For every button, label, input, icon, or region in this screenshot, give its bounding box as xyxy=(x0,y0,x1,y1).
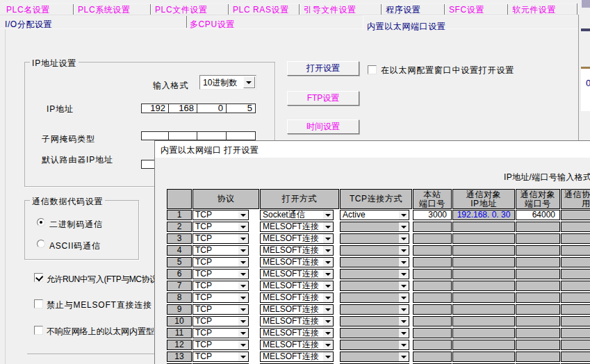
subnet-mask-field[interactable] xyxy=(141,131,256,140)
grid-combo-button[interactable] xyxy=(323,352,333,361)
grid-protocol-port[interactable] xyxy=(561,233,590,244)
tab-PLC RAS设置[interactable]: PLC RAS设置 xyxy=(228,3,299,15)
grid-combo-button[interactable] xyxy=(238,234,248,243)
grid-host-port[interactable] xyxy=(413,304,452,315)
grid-combo[interactable]: MELSOFT连接 xyxy=(260,257,334,267)
grid-combo-button[interactable] xyxy=(399,281,409,290)
ip-octet-4[interactable]: 5 xyxy=(227,104,255,113)
grid-dest-ip[interactable] xyxy=(452,316,515,326)
grid-combo-button[interactable] xyxy=(323,234,333,243)
grid-protocol-port[interactable] xyxy=(561,316,590,326)
subnet-octet-2[interactable] xyxy=(169,132,197,140)
grid-host-port[interactable] xyxy=(413,316,452,326)
grid-combo[interactable]: MELSOFT连接 xyxy=(260,328,334,338)
ascii-radio[interactable] xyxy=(37,240,45,248)
grid-dest-ip[interactable] xyxy=(452,257,515,267)
grid-row-number[interactable]: 3 xyxy=(167,233,192,244)
grid-host-port[interactable] xyxy=(413,257,452,267)
grid-combo[interactable]: TCP xyxy=(192,316,249,326)
subnet-octet-1[interactable] xyxy=(142,132,169,140)
grid-combo-button[interactable] xyxy=(399,234,409,243)
grid-dest-ip[interactable]: 192.168. 0. 30 xyxy=(452,210,515,220)
grid-dest-port[interactable]: 64000 xyxy=(516,210,560,220)
tab-PLC名设置[interactable]: PLC名设置 xyxy=(1,3,73,15)
grid-combo[interactable] xyxy=(340,351,409,362)
grid-dest-ip[interactable] xyxy=(452,245,515,256)
grid-combo-button[interactable] xyxy=(323,317,333,326)
grid-combo[interactable]: TCP xyxy=(192,222,249,232)
grid-combo-button[interactable] xyxy=(323,258,333,267)
grid-dest-port[interactable] xyxy=(516,281,560,291)
grid-host-port[interactable] xyxy=(413,340,452,350)
grid-combo-button[interactable] xyxy=(238,293,248,302)
input-format-combo[interactable]: 10进制数 xyxy=(199,75,256,90)
binary-radio[interactable] xyxy=(37,218,45,226)
grid-host-port[interactable] xyxy=(413,269,452,279)
grid-combo-button[interactable] xyxy=(238,281,248,290)
ethernet-config-checkbox[interactable] xyxy=(368,65,377,74)
grid-combo-button[interactable] xyxy=(399,258,409,267)
grid-row-number[interactable]: 6 xyxy=(167,269,192,279)
grid-combo[interactable]: MELSOFT连接 xyxy=(260,351,334,362)
grid-protocol-port[interactable] xyxy=(561,257,590,267)
grid-dest-port[interactable] xyxy=(516,292,560,303)
grid-combo[interactable] xyxy=(340,257,409,267)
grid-host-port[interactable] xyxy=(413,281,452,291)
grid-combo-button[interactable] xyxy=(323,246,333,255)
grid-combo-button[interactable] xyxy=(323,329,333,338)
grid-combo[interactable]: Socket通信 xyxy=(260,210,334,220)
grid-combo[interactable] xyxy=(340,292,409,303)
grid-row-number[interactable]: 7 xyxy=(167,281,192,291)
grid-combo[interactable]: MELSOFT连接 xyxy=(260,340,334,350)
grid-protocol-port[interactable] xyxy=(561,304,590,315)
grid-combo[interactable] xyxy=(340,304,409,315)
grid-combo-button[interactable] xyxy=(238,317,248,326)
melsoft-direct-checkbox[interactable] xyxy=(34,299,43,308)
grid-combo-button[interactable] xyxy=(238,352,248,361)
grid-combo[interactable] xyxy=(340,233,409,244)
subnet-octet-3[interactable] xyxy=(197,132,227,140)
grid-host-port[interactable] xyxy=(413,292,452,303)
grid-combo-button[interactable] xyxy=(238,210,248,220)
grid-combo-button[interactable] xyxy=(238,258,248,267)
grid-combo-button[interactable] xyxy=(399,352,409,361)
subnet-octet-4[interactable] xyxy=(227,132,255,140)
grid-protocol-port[interactable] xyxy=(561,281,590,291)
grid-combo[interactable]: TCP xyxy=(192,292,249,303)
grid-combo[interactable]: MELSOFT连接 xyxy=(260,245,334,256)
grid-dest-ip[interactable] xyxy=(452,269,515,279)
grid-dest-ip[interactable] xyxy=(452,222,515,232)
grid-combo-button[interactable] xyxy=(399,246,409,255)
grid-dest-ip[interactable] xyxy=(452,340,515,350)
tab-I/O分配设置[interactable]: I/O分配设置 xyxy=(1,15,186,28)
ip-octet-2[interactable]: 168 xyxy=(169,104,197,113)
grid-combo[interactable]: TCP xyxy=(192,269,249,279)
tab-SFC设置[interactable]: SFC设置 xyxy=(444,3,507,15)
grid-combo[interactable]: TCP xyxy=(192,281,249,291)
grid-combo[interactable] xyxy=(340,328,409,338)
tab-builtin-ethernet-port[interactable]: 内置以太网端口设置 xyxy=(363,15,577,28)
grid-combo-button[interactable] xyxy=(323,210,333,220)
grid-combo-button[interactable] xyxy=(323,293,333,302)
no-response-checkbox[interactable] xyxy=(34,326,43,335)
grid-row-number[interactable]: 2 xyxy=(167,222,192,232)
grid-protocol-port[interactable] xyxy=(561,210,590,220)
grid-combo[interactable]: MELSOFT连接 xyxy=(260,292,334,303)
tab-引导文件设置[interactable]: 引导文件设置 xyxy=(299,3,381,15)
tab-多CPU设置[interactable]: 多CPU设置 xyxy=(186,15,363,28)
grid-dest-port[interactable] xyxy=(516,316,560,326)
grid-combo[interactable] xyxy=(340,269,409,279)
grid-protocol-port[interactable] xyxy=(561,328,590,338)
grid-dest-ip[interactable] xyxy=(452,304,515,315)
grid-dest-port[interactable] xyxy=(516,351,560,362)
grid-dest-port[interactable] xyxy=(516,245,560,256)
grid-combo[interactable]: TCP xyxy=(192,351,249,362)
grid-host-port[interactable]: 3000 xyxy=(413,210,452,220)
grid-row-number[interactable]: 13 xyxy=(167,351,192,362)
grid-dest-port[interactable] xyxy=(516,257,560,267)
grid-combo-button[interactable] xyxy=(238,340,248,349)
time-settings-button[interactable]: 时间设置 xyxy=(287,119,359,134)
grid-combo-button[interactable] xyxy=(399,340,409,349)
grid-protocol-port[interactable] xyxy=(561,340,590,350)
ip-address-field[interactable]: 19216805 xyxy=(141,104,256,113)
